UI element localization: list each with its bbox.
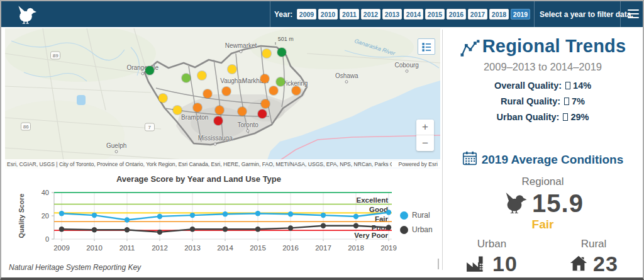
svg-text:40: 40: [42, 189, 49, 196]
urban-status-badge: Poor: [457, 276, 526, 280]
svg-text:2013: 2013: [184, 244, 201, 252]
footer-divider: [438, 259, 439, 269]
map-zoom-control: + −: [416, 120, 434, 151]
year-button-2011[interactable]: 2011: [340, 9, 359, 20]
station-dot[interactable]: [197, 71, 206, 80]
highway-shield-89: 89: [50, 52, 60, 60]
calendar-icon: [462, 151, 477, 168]
rural-label: Rural: [559, 238, 628, 250]
year-button-2019[interactable]: 2019: [511, 9, 530, 20]
rural-score-value: 23: [593, 252, 618, 276]
svg-text:2012: 2012: [152, 244, 168, 252]
legend-swatch: [400, 211, 408, 220]
city-label-mississauga: Mississauga: [198, 134, 233, 141]
svg-text:2009: 2009: [53, 244, 70, 252]
house-icon: [569, 254, 588, 274]
city-marker-icon: [115, 150, 118, 154]
city-marker-icon: [214, 142, 217, 145]
header-divider: [270, 1, 270, 27]
year-button-2009[interactable]: 2009: [297, 9, 316, 20]
station-dot[interactable]: [228, 65, 236, 74]
station-dot[interactable]: [193, 103, 202, 112]
trend-line-icon: [460, 40, 480, 60]
svg-text:2017: 2017: [315, 244, 331, 252]
header-divider: [534, 1, 535, 27]
dashboard-page: Year: 2009201020112012201320142015201620…: [0, 0, 644, 280]
station-dot[interactable]: [262, 49, 271, 58]
year-button-2018[interactable]: 2018: [489, 9, 509, 20]
svg-text:20: 20: [42, 212, 49, 220]
bird-logo-icon: [15, 5, 36, 26]
station-dot[interactable]: [215, 106, 224, 115]
station-dot[interactable]: [258, 109, 267, 118]
city-label-cobourg: Cobourg: [395, 61, 419, 68]
missing-glyph-box: [564, 98, 569, 105]
station-dot[interactable]: [261, 99, 270, 108]
station-dot[interactable]: [173, 106, 182, 115]
score-trend-chart: Average Score by Year and Land Use Type …: [5, 172, 440, 260]
year-button-2016[interactable]: 2016: [447, 9, 466, 20]
trend-stats-list: Overall Quality:14%Rural Quality:7%Urban…: [444, 81, 641, 122]
year-button-2015[interactable]: 2015: [425, 9, 445, 20]
station-dot[interactable]: [260, 74, 269, 83]
top-bar: Year: 2009201020112012201320142015201620…: [1, 1, 643, 27]
svg-text:Excellent: Excellent: [357, 196, 389, 204]
trend-stat: Overall Quality:14%: [444, 81, 641, 91]
city-label-guelph: Guelph: [106, 142, 126, 148]
city-label-vaughan: Vaughan: [220, 77, 245, 84]
zoom-out-button[interactable]: −: [416, 135, 434, 151]
station-dot[interactable]: [203, 89, 212, 98]
chart-legend: RuralUrban: [400, 211, 433, 234]
legend-item-urban: Urban: [400, 225, 433, 234]
station-dot[interactable]: [292, 86, 301, 95]
powered-by-esri: Powered by Esri: [392, 161, 440, 167]
station-dot[interactable]: [238, 107, 247, 116]
city-label-oshawa: Oshawa: [335, 72, 358, 79]
year-button-2014[interactable]: 2014: [404, 9, 423, 20]
average-conditions-title: 2019 Average Conditions: [482, 153, 624, 167]
report-key-link[interactable]: Natural Heritage System Reporting Key: [9, 263, 141, 272]
station-dot[interactable]: [222, 87, 231, 96]
station-dot[interactable]: [276, 77, 285, 86]
station-dot[interactable]: [182, 74, 191, 82]
highway-shield-7: 7: [145, 123, 155, 131]
header-divider: [620, 1, 621, 27]
regional-label: Regional: [444, 176, 641, 188]
regional-status-badge: Fair: [444, 218, 641, 232]
chart-title: Average Score by Year and Land Use Type: [5, 172, 392, 184]
watershed-map[interactable]: NewmarketOrangevilleVaughanMarkhamPicker…: [5, 28, 440, 169]
svg-text:Very Poor: Very Poor: [354, 232, 388, 239]
station-dot[interactable]: [269, 86, 278, 95]
city-marker-icon: [345, 80, 348, 83]
city-marker-icon: [240, 50, 243, 53]
trend-stat: Rural Quality:7%: [444, 96, 641, 106]
urban-score-value: 10: [492, 252, 518, 276]
bird-icon: [502, 192, 527, 216]
chart-plot-area: 2009201020112012201320142015201620172018…: [5, 184, 440, 257]
year-filter-group: 2009201020112012201320142015201620172018…: [297, 9, 530, 20]
trend-stat: Urban Quality:29%: [444, 112, 641, 122]
city-label-pickering: Pickering: [282, 79, 308, 86]
station-dot[interactable]: [145, 66, 154, 75]
city-marker-icon: [141, 72, 144, 76]
urban-label: Urban: [457, 238, 526, 250]
station-dot[interactable]: [158, 94, 167, 103]
year-button-2017[interactable]: 2017: [468, 9, 487, 20]
city-label-brampton: Brampton: [181, 113, 208, 120]
city-label-newmarket: Newmarket: [225, 42, 257, 48]
menu-hamburger-icon[interactable]: [628, 9, 639, 18]
rural-status-badge: Good: [559, 276, 628, 280]
map-scale-label: 501 m: [278, 36, 294, 42]
svg-text:2010: 2010: [86, 244, 103, 252]
trends-period-subtitle: 2009–2013 to 2014–2019: [444, 61, 641, 73]
station-dot[interactable]: [277, 48, 286, 57]
map-legend-button[interactable]: [418, 38, 435, 55]
highway-shield-86: 86: [21, 123, 31, 131]
regional-trends-title: Regional Trends: [482, 36, 626, 57]
station-dot[interactable]: [214, 116, 223, 125]
map-attribution: Esri, CGIAR, USGS | City of Toronto, Pro…: [5, 159, 440, 169]
zoom-in-button[interactable]: +: [416, 120, 434, 135]
year-button-2013[interactable]: 2013: [382, 9, 402, 20]
year-button-2012[interactable]: 2012: [361, 9, 380, 20]
year-button-2010[interactable]: 2010: [318, 9, 338, 20]
